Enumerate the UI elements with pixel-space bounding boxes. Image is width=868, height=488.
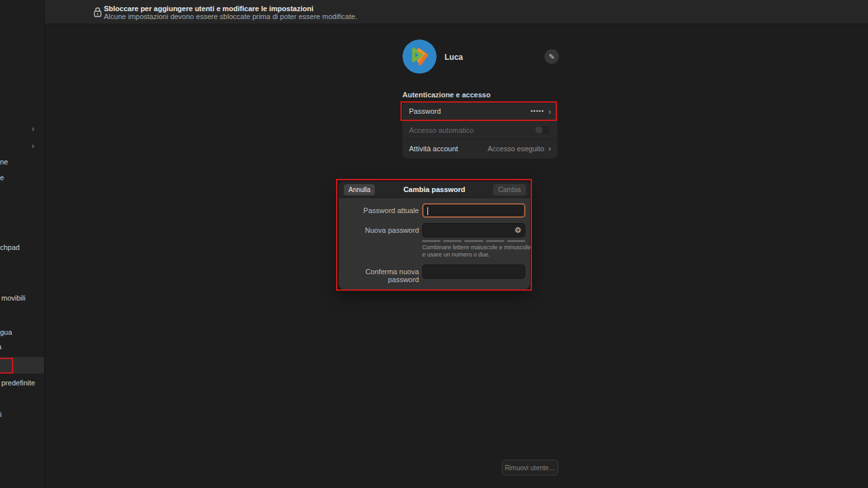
sidebar-item-region-language[interactable]: gua bbox=[0, 328, 12, 336]
sidebar-item-partial[interactable]: e bbox=[0, 174, 4, 182]
sidebar-item-removable-media[interactable]: movibili bbox=[1, 294, 26, 302]
lock-icon bbox=[93, 7, 102, 20]
pencil-icon: ✎ bbox=[548, 53, 554, 61]
automatic-login-row: Accesso automatico bbox=[402, 120, 558, 139]
sidebar-item-partial[interactable]: à bbox=[0, 343, 1, 351]
sidebar-item-partial[interactable]: i bbox=[0, 410, 1, 418]
password-label: Password bbox=[409, 107, 441, 115]
avatar bbox=[402, 39, 437, 74]
unlock-banner[interactable]: Sbloccare per aggiungere utenti e modifi… bbox=[45, 0, 868, 24]
section-title-authentication: Autenticazione e accesso bbox=[402, 91, 491, 99]
sidebar: › › ne e chpad movibili gua à predefinit… bbox=[0, 0, 45, 488]
chevron-right-icon: › bbox=[548, 107, 551, 116]
new-password-input[interactable]: ⚙ bbox=[422, 223, 525, 237]
current-password-input[interactable] bbox=[422, 203, 525, 218]
password-strength-meter bbox=[422, 240, 525, 242]
sidebar-item-default-apps[interactable]: predefinite bbox=[1, 379, 35, 387]
confirm-password-input[interactable] bbox=[422, 264, 525, 279]
cancel-button[interactable]: Annulla bbox=[344, 184, 375, 195]
sidebar-item-mouse-touchpad[interactable]: chpad bbox=[0, 243, 20, 251]
chevron-right-icon: › bbox=[548, 144, 551, 153]
change-password-dialog: Cambia password Annulla Cambia Password … bbox=[339, 182, 530, 289]
generate-password-gear-icon[interactable]: ⚙ bbox=[514, 226, 521, 235]
user-name: Luca bbox=[445, 53, 463, 62]
settings-window: › › ne e chpad movibili gua à predefinit… bbox=[0, 0, 868, 488]
sidebar-item-users-selected[interactable] bbox=[0, 357, 45, 374]
sidebar-item-partial[interactable]: ne bbox=[0, 158, 8, 166]
text-caret bbox=[427, 207, 428, 215]
confirm-password-label: Conferma nuova password bbox=[340, 268, 419, 283]
account-activity-value: Accesso eseguito bbox=[487, 145, 544, 153]
account-activity-row[interactable]: Attività account Accesso eseguito › bbox=[402, 139, 558, 157]
banner-subtitle: Alcune impostazioni devono essere sblocc… bbox=[104, 12, 357, 20]
password-hint: Combinare lettere maiuscole e minuscole … bbox=[422, 244, 535, 258]
current-password-label: Password attuale bbox=[340, 207, 419, 214]
automatic-login-label: Accesso automatico bbox=[409, 126, 473, 134]
remove-user-button[interactable]: Rimuovi utente… bbox=[502, 460, 558, 476]
password-row[interactable]: Password ••••• › bbox=[402, 102, 558, 120]
automatic-login-toggle[interactable] bbox=[534, 125, 551, 135]
chevron-right-icon: › bbox=[32, 124, 34, 134]
change-button[interactable]: Cambia bbox=[493, 184, 526, 195]
account-activity-label: Attività account bbox=[409, 145, 458, 153]
new-password-label: Nuova password bbox=[340, 226, 419, 234]
banner-title: Sbloccare per aggiungere utenti e modifi… bbox=[104, 5, 313, 12]
authentication-card: Password ••••• › Accesso automatico Atti… bbox=[402, 102, 558, 159]
edit-user-button[interactable]: ✎ bbox=[544, 49, 559, 64]
chevron-right-icon: › bbox=[32, 141, 34, 151]
password-dots: ••••• bbox=[531, 108, 544, 114]
